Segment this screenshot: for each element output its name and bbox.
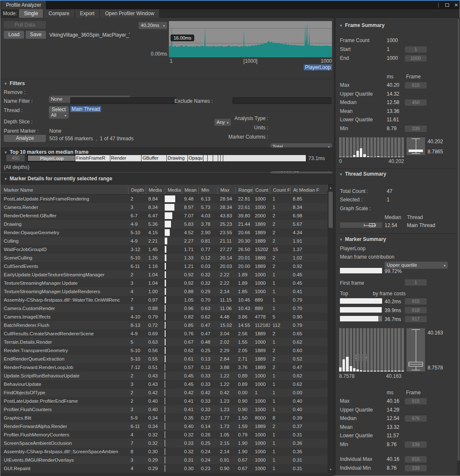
frame-jump-button[interactable]: 915 [405, 456, 427, 463]
top10-marker-bar[interactable]: PlayerLoopFinishFrameRRenderGBufferDrawi… [27, 155, 307, 162]
frame-jump-button[interactable]: 1 [405, 46, 427, 53]
top10-segment[interactable] [213, 155, 218, 161]
top10-segment[interactable]: PlayerLoop [27, 155, 75, 161]
frame-jump-button[interactable]: 450 [405, 99, 427, 106]
thread-select-button[interactable]: Select [49, 106, 69, 113]
analyze-button[interactable]: Analyze [4, 135, 46, 142]
table-row[interactable]: Culling 4-9 2.21 2.27 0.81 21.11 20.30 1… [0, 237, 327, 245]
frame-jump-button[interactable]: 339 [405, 441, 427, 448]
col-marker-name[interactable]: Marker Name [0, 187, 128, 194]
frame-jump-button[interactable]: 976 [405, 415, 427, 422]
frame-jump-button[interactable]: 915 [405, 398, 427, 404]
table-row[interactable]: TextureStreamingManager.UpdateRenderers … [0, 287, 327, 296]
table-row[interactable]: RenderForward.RenderLoopJob 7-12 0.51 0.… [0, 363, 327, 372]
exclude-names-input[interactable] [233, 97, 332, 104]
foldout-triangle-icon[interactable]: ▼ [4, 150, 8, 155]
col-median[interactable]: ▼Media [146, 187, 165, 194]
table-row[interactable]: RenderDeferred.GBuffer 6-7 6.47 7.07 4.0… [0, 211, 327, 220]
table-row[interactable]: EarlyUpdate.UpdateTextureStreamingManage… [0, 270, 327, 279]
table-row[interactable]: Update.ScriptRunBehaviourUpdate 2 0.43 0… [0, 372, 327, 380]
frame-jump-button[interactable]: 1000 [405, 55, 427, 62]
table-row[interactable]: SceneCulling 5-10 1.26 1.33 0.12 20.14 2… [0, 254, 327, 262]
close-icon[interactable]: ✕ [453, 2, 460, 8]
table-row[interactable]: BehaviourUpdate 3 0.43 0.45 0.33 1.22 0.… [0, 380, 327, 388]
col-count-frame[interactable]: Count Fra [270, 187, 290, 194]
selected-marker-tag[interactable]: PlayerLoop [304, 64, 332, 70]
col-median-bar[interactable]: Media [165, 187, 182, 194]
mode-button[interactable]: Compare [43, 9, 75, 18]
table-row[interactable]: Render.TransparentGeometry 5-10 0.56 0.6… [0, 346, 327, 355]
table-row[interactable]: CullSendEvents 6-11 1.16 1.21 0.03 20.03… [0, 262, 327, 270]
col-depth[interactable]: Depth [128, 187, 146, 194]
table-row[interactable]: WaitForJobGroupID 3-12 1.45 1.71 0.77 27… [0, 245, 327, 254]
table-row[interactable]: BatchRenderer.Flush 8-13 0.72 0.85 0.47 … [0, 321, 327, 329]
col-count[interactable]: Count [252, 187, 270, 194]
top10-segment[interactable]: GBuffer [142, 155, 167, 161]
table-row[interactable]: Profiler.FlushMemoryCounters 4 0.32 0.32… [0, 431, 327, 439]
foldout-triangle-icon[interactable]: ▼ [339, 24, 343, 28]
col-max[interactable]: Max [217, 187, 235, 194]
table-row[interactable]: EndRenderQueueExtraction 5-10 0.55 0.61 … [0, 355, 327, 363]
frame-histogram[interactable] [339, 137, 404, 157]
right-pane-scrollbar[interactable] [457, 18, 460, 476]
foldout-triangle-icon[interactable]: ▼ [339, 238, 343, 242]
frame-jump-button[interactable]: 917 [405, 316, 427, 322]
foldout-triangle-icon[interactable]: ▼ [4, 177, 8, 181]
top10-segment[interactable]: Render [110, 155, 142, 161]
top10-frame-button[interactable]: 450 [6, 155, 25, 161]
table-scrollbar-thumb[interactable] [329, 192, 333, 228]
frame-time-chart[interactable]: 16.00ms [169, 21, 332, 57]
col-mean[interactable]: Mean [182, 187, 198, 194]
table-row[interactable]: Camera.ImageEffects 4-10 0.79 0.82 0.62 … [0, 313, 327, 321]
table-row[interactable]: Camera.CustomRender 8 0.88 0.96 0.63 11.… [0, 304, 327, 313]
table-row[interactable]: CullResults.CreateSharedRendererScene 4-… [0, 329, 327, 338]
tab-profile-analyzer[interactable]: Profile Analyzer [1, 1, 46, 9]
mode-button[interactable]: Open Profiler Window [100, 9, 160, 18]
foldout-triangle-icon[interactable]: ▼ [4, 82, 8, 86]
top10-segment[interactable] [203, 155, 208, 161]
table-row[interactable]: Terrain.Details.Render 5 0.63 0.67 0.48 … [0, 338, 327, 346]
table-row[interactable]: PostLateUpdate.ProfilerEndFrame 2 0.40 0… [0, 397, 327, 405]
table-row[interactable]: Camera.Render 3 8.34 8.97 5.73 28.34 22.… [0, 203, 327, 211]
table-row[interactable]: Assembly-CSharp-firstpass.dll!::ScreenSp… [0, 447, 327, 456]
top10-segment[interactable] [223, 155, 306, 161]
menu-icon[interactable]: ⋮ [435, 2, 442, 8]
table-row[interactable]: Drawing 4-9 5.36 5.83 3.78 25.23 21.44 1… [0, 220, 327, 228]
top10-segment[interactable]: Opaqu [188, 155, 203, 161]
save-button[interactable]: Save [26, 31, 46, 39]
frame-jump-button[interactable]: 339 [405, 465, 427, 471]
maximize-icon[interactable] [445, 3, 449, 7]
right-pane-scrollbar-thumb[interactable] [457, 19, 460, 461]
scroll-up-icon[interactable]: ▲ [328, 186, 333, 189]
table-scrollbar[interactable]: ▲ ▼ [328, 185, 334, 473]
table-row[interactable]: GUI.Repaint 4 0.29 0.30 0.23 0.90 0.67 1… [0, 464, 327, 473]
table-row[interactable]: Profiler.FlushCounters 3 0.40 0.41 0.33 … [0, 405, 327, 414]
frame-jump-button[interactable]: 339 [405, 126, 427, 132]
load-button[interactable]: Load [4, 31, 24, 39]
table-row[interactable]: Graphics.Blit 5-9 0.34 0.35 0.27 1.77 1.… [0, 414, 327, 422]
col-min[interactable]: Min [198, 187, 217, 194]
col-range[interactable]: Range [235, 187, 252, 194]
table-row[interactable]: Assembly-CSharp-firstpass.dll!::WaterTil… [0, 296, 327, 304]
top10-segment[interactable]: FinishFrameR [75, 155, 110, 161]
thread-selection-tag[interactable]: Main Thread [70, 106, 101, 112]
top10-segment[interactable]: Drawing [167, 155, 188, 161]
col-at-median[interactable]: At Median F [290, 187, 326, 194]
frame-jump-button[interactable]: 915 [405, 298, 427, 305]
scroll-down-icon[interactable]: ▼ [328, 468, 333, 471]
table-row[interactable]: UIEvents.IMGUIRenderOverlays 3 0.29 0.31… [0, 456, 327, 464]
mode-button[interactable]: Single [19, 9, 43, 18]
graph-scale-dropdown[interactable]: Upper quartile▼ [385, 262, 448, 269]
table-row[interactable]: Render.OpaqueGeometry 5-10 4.15 4.52 2.9… [0, 228, 327, 237]
foldout-triangle-icon[interactable]: ▼ [339, 172, 343, 176]
top10-segment[interactable] [218, 155, 221, 161]
mode-button[interactable]: Export [75, 9, 100, 18]
table-row[interactable]: TextureStreamingManager.Update 3 1.04 0.… [0, 279, 327, 287]
chart-range-dropdown[interactable]: 40.20ms▼ [139, 22, 167, 29]
table-row[interactable]: FindObjectsOfType 2 0.42 0.42 0.42 0.42 … [0, 388, 327, 397]
table-row[interactable]: PostLateUpdate.FinishFrameRendering 2 8.… [0, 195, 327, 203]
first-frame-button[interactable]: 1 [405, 279, 427, 286]
marker-histogram[interactable] [339, 328, 404, 372]
pull-data-button[interactable]: Pull Data [4, 21, 46, 29]
frame-jump-button[interactable]: 918 [405, 307, 427, 313]
